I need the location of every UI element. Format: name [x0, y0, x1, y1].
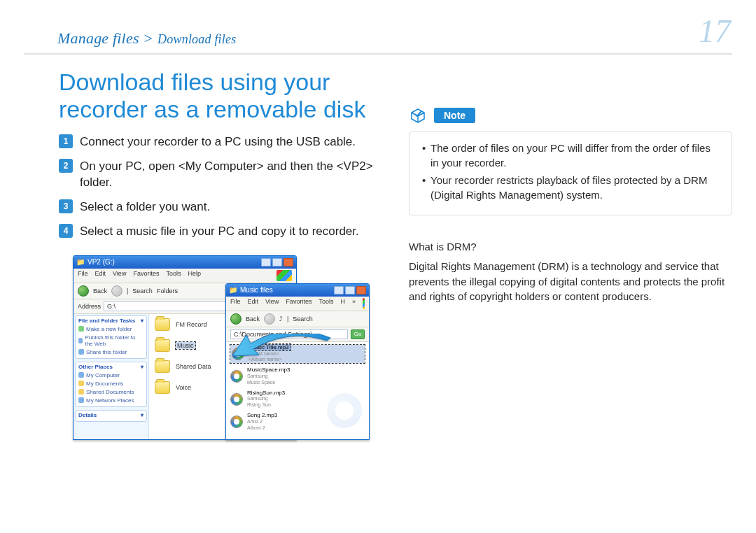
step-text: Select a folder you want. — [80, 200, 210, 213]
other-places-group: Other Places▾ My Computer My Documents S… — [75, 362, 147, 407]
menu-item: Favorites — [286, 298, 312, 309]
menu-bar: File Edit View Favorites Tools Help — [74, 269, 296, 283]
step-item: 1Connect your recorder to a PC using the… — [59, 130, 382, 155]
page-number: 17 — [699, 15, 731, 48]
step-list: 1Connect your recorder to a PC using the… — [59, 130, 382, 244]
tasks-group: File and Folder Tasks▾ Make a new folder… — [75, 315, 147, 359]
tasks-sidebar: File and Folder Tasks▾ Make a new folder… — [74, 314, 149, 440]
chevron-icon: ▾ — [141, 412, 144, 418]
media-file-icon — [230, 393, 243, 406]
place-item: My Computer — [86, 372, 120, 378]
menu-item: Tools — [318, 298, 333, 309]
folder-label: FM Record — [176, 321, 207, 328]
media-file-icon — [230, 415, 243, 428]
windows-logo-icon — [363, 298, 365, 309]
track-name: Song 2.mp3 — [247, 412, 277, 418]
back-label: Back — [93, 287, 107, 294]
overflow-icon: » — [352, 298, 356, 309]
menu-item: File — [78, 270, 88, 281]
address-label: Address — [78, 303, 101, 310]
search-label: Search — [293, 315, 313, 322]
bullet-icon — [78, 338, 83, 343]
folder-icon — [155, 339, 170, 352]
drag-arrow-icon — [232, 334, 330, 371]
other-header: Other Places — [78, 364, 113, 370]
content-columns: Download files using your recorder as a … — [24, 55, 732, 444]
forward-icon — [264, 313, 275, 325]
note-heading: Note — [409, 106, 732, 125]
explorer-illustration: 📁VP2 (G:) File Edit View Favorites Tools… — [73, 255, 374, 444]
windows-logo-icon — [276, 270, 292, 281]
folder-label: Voice — [176, 384, 191, 391]
drm-answer: Digital Rights Management (DRM) is a tec… — [409, 259, 732, 304]
bullet-icon — [78, 381, 84, 386]
track-album: Music Space — [247, 380, 275, 385]
folders-label: Folders — [157, 287, 178, 294]
left-column: Download files using your recorder as a … — [59, 64, 382, 444]
page-title: Download files using your recorder as a … — [59, 69, 382, 123]
track-artist: Samsung — [247, 374, 268, 378]
note-item: Your recorder restricts playback of file… — [421, 173, 720, 202]
search-label: Search — [132, 287, 153, 294]
folder-icon: 📁 — [229, 286, 237, 294]
menu-item: View — [113, 270, 126, 281]
bullet-icon — [78, 326, 84, 332]
place-item: Shared Documents — [86, 389, 134, 395]
bullet-icon — [78, 397, 84, 403]
bullet-icon — [78, 372, 84, 378]
bullet-icon — [78, 389, 84, 395]
note-badge: Note — [434, 108, 475, 123]
close-icon — [284, 258, 293, 266]
menu-item: File — [230, 298, 241, 309]
track-artist: Artist 2 — [247, 419, 262, 424]
step-badge: 4 — [59, 224, 73, 238]
step-item: 4Select a music file in your PC and copy… — [59, 220, 382, 244]
window-buttons — [334, 286, 366, 294]
step-badge: 2 — [59, 159, 73, 173]
back-label: Back — [246, 315, 260, 322]
bullet-icon — [78, 349, 84, 355]
folder-label: Shared Data — [176, 363, 211, 370]
folder-icon — [155, 360, 170, 373]
task-item: Share this folder — [86, 349, 127, 355]
track-album: Rising Sun — [247, 402, 271, 407]
folder-icon — [155, 381, 170, 394]
place-item: My Documents — [86, 381, 123, 387]
step-item: 2On your PC, open <My Computer> and then… — [59, 155, 382, 195]
menu-item: Edit — [248, 298, 259, 309]
back-icon — [230, 313, 241, 325]
drive-icon: 📁 — [76, 258, 85, 266]
menu-item: Edit — [95, 270, 106, 281]
close-icon — [356, 286, 366, 294]
page-header: Manage files > Download files 17 — [24, 13, 732, 55]
details-header: Details — [78, 412, 97, 418]
menu-bar: File Edit View Favorites Tools H » — [226, 297, 369, 311]
track-album: Album 2 — [247, 425, 265, 430]
step-text: Connect your recorder to a PC using the … — [80, 135, 356, 148]
menu-item: Favorites — [133, 270, 159, 281]
breadcrumb-main: Manage files — [57, 29, 139, 47]
window-buttons — [261, 258, 293, 266]
details-group: Details▾ — [75, 410, 147, 422]
menu-item: Tools — [166, 270, 181, 281]
drm-section: What is DRM? Digital Rights Management (… — [409, 239, 732, 304]
track-name: RisingSun.mp3 — [247, 390, 285, 396]
window-title: Music files — [240, 286, 273, 294]
track-artist: Samsung — [247, 396, 268, 401]
up-icon: ⤴ — [279, 315, 283, 322]
right-column: Note The order of files on your PC will … — [409, 64, 732, 444]
step-badge: 3 — [59, 199, 73, 213]
minimize-icon — [334, 286, 344, 294]
drm-question: What is DRM? — [409, 239, 732, 255]
chevron-icon: ▾ — [141, 364, 144, 370]
media-file-icon — [230, 370, 243, 383]
note-box: The order of files on your PC will diffe… — [409, 132, 732, 215]
toolbar: Back ⤴ | Search — [226, 311, 369, 327]
note-cube-icon — [409, 106, 427, 125]
step-text: On your PC, open <My Computer> and then … — [80, 159, 373, 189]
back-icon — [78, 285, 89, 297]
maximize-icon — [272, 258, 282, 266]
menu-item: View — [265, 298, 279, 309]
titlebar: 📁VP2 (G:) — [74, 256, 296, 269]
step-badge: 1 — [59, 134, 73, 148]
